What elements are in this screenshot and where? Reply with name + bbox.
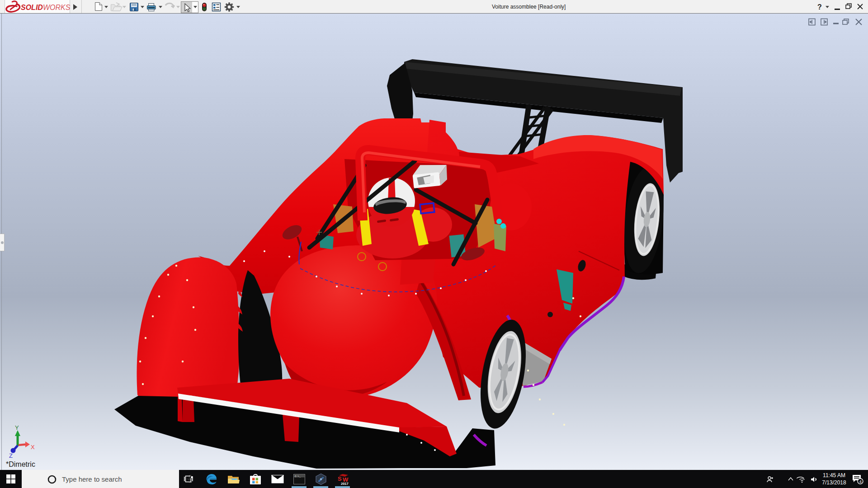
- svg-text:S: S: [338, 475, 342, 482]
- svg-text:X: X: [31, 444, 35, 450]
- svg-text:C:\_: C:\_: [295, 475, 301, 478]
- svg-text:Y: Y: [15, 424, 19, 431]
- svg-text:*Dimetric: *Dimetric: [6, 460, 35, 468]
- svg-text:Z: Z: [9, 452, 13, 459]
- svg-text:2017: 2017: [341, 482, 349, 485]
- svg-text:4: 4: [859, 479, 862, 484]
- svg-text:?: ?: [817, 3, 822, 11]
